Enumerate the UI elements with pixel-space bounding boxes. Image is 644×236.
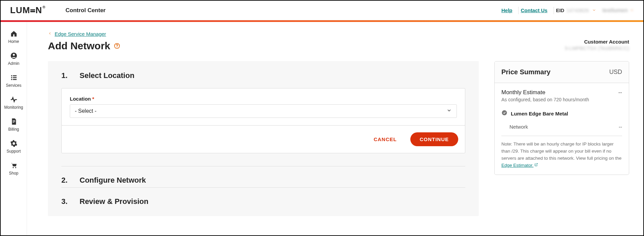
main-content: Edge Service Manager Add Network Custome…: [27, 22, 643, 235]
page-title-text: Add Network: [48, 40, 110, 52]
required-mark: *: [92, 96, 94, 102]
network-row: Network --: [501, 124, 622, 136]
sidebar-item-home[interactable]: Home: [1, 27, 27, 49]
sidebar-item-admin[interactable]: Admin: [1, 49, 27, 71]
eid-label: EID: [556, 7, 564, 13]
monthly-estimate-label: Monthly Estimate: [501, 89, 545, 96]
customer-account-value: 5-LMPBCTSX (TestBMNCC): [565, 45, 629, 51]
step-title: Review & Provision: [80, 197, 148, 206]
step-number: 1.: [61, 71, 68, 80]
cart-icon: [10, 162, 18, 169]
step-3-header[interactable]: 3. Review & Provision: [61, 187, 465, 206]
location-label-text: Location: [70, 96, 91, 102]
customer-account-label: Customer Account: [565, 39, 629, 45]
location-select-value: - Select -: [75, 108, 96, 114]
sidebar-item-support[interactable]: Support: [1, 136, 27, 158]
divider: [554, 7, 554, 14]
svg-point-14: [117, 47, 117, 48]
service-row: Lumen Edge Bare Metal: [501, 110, 622, 119]
help-link[interactable]: Help: [501, 7, 513, 13]
sidebar-item-billing[interactable]: Billing: [1, 114, 27, 136]
step-title: Select Location: [80, 71, 135, 80]
svg-point-2: [11, 75, 12, 77]
app-title: Control Center: [65, 7, 106, 14]
chevron-left-icon: [48, 31, 52, 37]
price-summary: Price Summary USD Monthly Estimate -- As…: [494, 61, 629, 175]
svg-point-12: [15, 167, 16, 168]
svg-rect-9: [12, 121, 15, 122]
network-value: --: [619, 124, 622, 130]
check-circle-icon: [501, 110, 507, 117]
pulse-icon: [10, 96, 18, 103]
step-number: 3.: [61, 197, 68, 206]
svg-rect-5: [13, 77, 17, 78]
monthly-estimate-row: Monthly Estimate --: [501, 89, 622, 96]
chevron-down-icon: [446, 108, 452, 114]
actions-bar: CANCEL CONTINUE: [61, 125, 465, 153]
divider: [518, 7, 519, 14]
chevron-down-icon: [592, 7, 596, 13]
gear-icon: [10, 140, 18, 147]
customer-account: Customer Account 5-LMPBCTSX (TestBMNCC): [565, 39, 629, 51]
external-link-icon: [534, 162, 538, 169]
account-dropdown[interactable]: testlumen: [602, 7, 634, 14]
location-select[interactable]: - Select -: [70, 104, 457, 118]
sidebar-item-services[interactable]: Services: [1, 71, 27, 93]
svg-rect-10: [12, 122, 14, 123]
page-title: Add Network: [48, 40, 120, 52]
pricing-note: Note: There will be an hourly charge for…: [501, 141, 622, 169]
help-icon[interactable]: [114, 43, 120, 49]
sidebar-item-label: Home: [8, 39, 19, 44]
currency: USD: [609, 69, 622, 76]
location-card: Location* - Select -: [61, 88, 465, 126]
step-1-header: 1. Select Location: [61, 71, 465, 80]
price-summary-title: Price Summary: [501, 68, 551, 76]
logo: LUMN®: [10, 5, 45, 16]
chevron-down-icon: [630, 7, 634, 14]
sidebar-item-label: Billing: [8, 127, 19, 132]
eid-dropdown[interactable]: EID 14743826: [556, 7, 596, 13]
svg-point-1: [13, 54, 15, 56]
network-label: Network: [509, 124, 528, 130]
svg-rect-8: [12, 120, 15, 121]
sidebar-item-label: Monitoring: [4, 105, 23, 110]
svg-point-6: [11, 79, 12, 80]
monthly-estimate-value: --: [618, 89, 622, 96]
list-icon: [10, 74, 18, 81]
svg-point-15: [502, 110, 507, 115]
edge-estimator-link[interactable]: Edge Estimator.: [501, 163, 538, 168]
monthly-estimate-sub: As configured, based on 720 hours/month: [501, 97, 622, 102]
svg-point-4: [11, 77, 12, 78]
wizard-panel: 1. Select Location Location* - Select - …: [48, 61, 479, 216]
step-number: 2.: [61, 176, 68, 185]
sidebar-item-shop[interactable]: Shop: [1, 158, 27, 180]
home-icon: [10, 30, 18, 37]
sidebar-item-label: Services: [6, 83, 21, 88]
svg-rect-7: [13, 79, 17, 80]
breadcrumb-link[interactable]: Edge Service Manager: [55, 31, 106, 37]
user-icon: [10, 52, 18, 59]
step-title: Configure Network: [80, 176, 146, 185]
sidebar-item-label: Support: [6, 149, 21, 154]
step-2-header[interactable]: 2. Configure Network: [61, 166, 465, 185]
account-name-value: testlumen: [602, 7, 628, 14]
svg-point-11: [12, 167, 13, 168]
eid-value: 14743826: [566, 7, 589, 13]
service-name: Lumen Edge Bare Metal: [511, 111, 568, 116]
price-summary-header: Price Summary USD: [495, 61, 629, 83]
sidebar-item-label: Admin: [8, 61, 19, 66]
edge-estimator-link-text: Edge Estimator.: [501, 163, 533, 168]
continue-button[interactable]: CONTINUE: [410, 132, 458, 146]
location-label: Location*: [70, 96, 457, 102]
svg-rect-3: [13, 75, 17, 76]
pricing-note-text: Note: There will be an hourly charge for…: [501, 141, 621, 161]
cancel-button[interactable]: CANCEL: [368, 133, 402, 146]
app-header: LUMN® Control Center Help Contact Us EID…: [1, 1, 643, 20]
sidebar-item-label: Shop: [9, 171, 18, 176]
invoice-icon: [10, 118, 18, 125]
sidebar-item-monitoring[interactable]: Monitoring: [1, 93, 27, 114]
breadcrumb: Edge Service Manager: [48, 31, 629, 37]
contact-us-link[interactable]: Contact Us: [521, 7, 547, 13]
sidebar: Home Admin Services Monitoring Billing S…: [1, 22, 27, 235]
